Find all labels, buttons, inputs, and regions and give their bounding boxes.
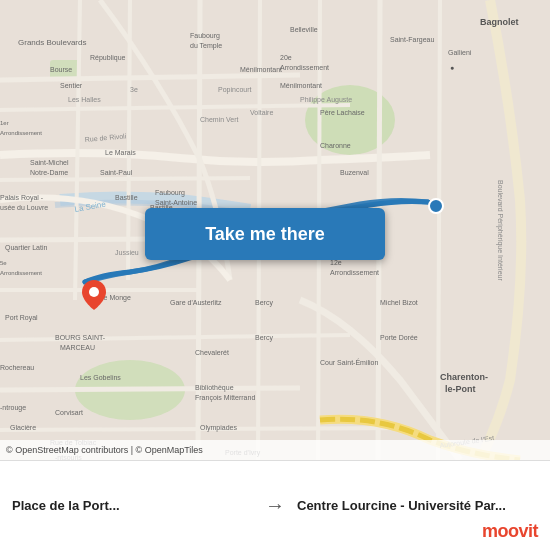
from-to-container: Place de la Port... → Centre Lourcine - … xyxy=(12,494,538,517)
bottom-bar: Place de la Port... → Centre Lourcine - … xyxy=(0,460,550,550)
svg-text:5e: 5e xyxy=(0,260,7,266)
svg-text:BOURG SAINT-: BOURG SAINT- xyxy=(55,334,106,341)
svg-text:20e: 20e xyxy=(280,54,292,61)
svg-text:Les Gobelins: Les Gobelins xyxy=(80,374,121,381)
svg-text:12e: 12e xyxy=(330,259,342,266)
svg-text:Sentier: Sentier xyxy=(60,82,83,89)
origin-pin xyxy=(82,280,106,314)
svg-text:Gallieni: Gallieni xyxy=(448,49,472,56)
svg-line-6 xyxy=(0,178,250,180)
svg-text:Faubourg: Faubourg xyxy=(155,189,185,197)
svg-text:du Temple: du Temple xyxy=(190,42,222,50)
moovit-logo-text: moovit xyxy=(482,521,538,542)
svg-text:Boulevard Périphérique Intérie: Boulevard Périphérique Intérieur xyxy=(496,180,504,281)
svg-text:Palais Royal -: Palais Royal - xyxy=(0,194,44,202)
svg-text:Glacière: Glacière xyxy=(10,424,36,431)
origin-name: Place de la Port... xyxy=(12,498,253,513)
svg-text:Olympiades: Olympiades xyxy=(200,424,237,432)
svg-text:Saint-Paul: Saint-Paul xyxy=(100,169,133,176)
svg-text:Bercy: Bercy xyxy=(255,299,273,307)
arrow-icon: → xyxy=(253,494,297,517)
svg-text:Père Lachaise: Père Lachaise xyxy=(320,109,365,116)
svg-text:Michel Bizot: Michel Bizot xyxy=(380,299,418,306)
svg-text:Faubourg: Faubourg xyxy=(190,32,220,40)
svg-text:Notre-Dame: Notre-Dame xyxy=(30,169,68,176)
svg-point-92 xyxy=(429,199,443,213)
svg-text:Les Halles: Les Halles xyxy=(68,96,101,103)
svg-text:le-Pont: le-Pont xyxy=(445,384,476,394)
svg-text:Philippe Auguste: Philippe Auguste xyxy=(300,96,352,104)
attribution-text: © OpenStreetMap contributors | © OpenMap… xyxy=(6,445,203,455)
svg-text:Bibliothèque: Bibliothèque xyxy=(195,384,234,392)
destination-name: Centre Lourcine - Université Par... xyxy=(297,498,538,513)
svg-text:3e: 3e xyxy=(130,86,138,93)
svg-text:Saint-Fargeau: Saint-Fargeau xyxy=(390,36,434,44)
svg-text:Chemin Vert: Chemin Vert xyxy=(200,116,239,123)
map-attribution: © OpenStreetMap contributors | © OpenMap… xyxy=(0,440,550,460)
svg-text:Le Marais: Le Marais xyxy=(105,149,136,156)
svg-text:Arrondissement: Arrondissement xyxy=(0,130,42,136)
svg-text:Corvisart: Corvisart xyxy=(55,409,83,416)
svg-text:Bercy: Bercy xyxy=(255,334,273,342)
svg-text:Porte Dorée: Porte Dorée xyxy=(380,334,418,341)
svg-text:1er: 1er xyxy=(0,120,9,126)
svg-text:Ménilmontant: Ménilmontant xyxy=(280,82,322,89)
origin-location: Place de la Port... xyxy=(12,498,253,513)
svg-point-91 xyxy=(89,287,99,297)
svg-text:Bagnolet: Bagnolet xyxy=(480,17,519,27)
svg-text:Saint-Antoine: Saint-Antoine xyxy=(155,199,197,206)
svg-text:Port Royal: Port Royal xyxy=(5,314,38,322)
svg-text:Buzenval: Buzenval xyxy=(340,169,369,176)
svg-text:●: ● xyxy=(450,64,454,71)
svg-text:Arrondissement: Arrondissement xyxy=(330,269,379,276)
take-me-there-button[interactable]: Take me there xyxy=(145,208,385,260)
svg-text:Grands Boulevards: Grands Boulevards xyxy=(18,38,86,47)
svg-text:Ménilmontant: Ménilmontant xyxy=(240,66,282,73)
svg-text:François Mitterrand: François Mitterrand xyxy=(195,394,255,402)
button-label: Take me there xyxy=(205,224,325,245)
svg-text:République: République xyxy=(90,54,126,62)
moovit-logo: moovit xyxy=(482,521,538,542)
svg-text:Jussieu: Jussieu xyxy=(115,249,139,256)
destination-dot xyxy=(428,198,444,218)
svg-text:Charenton-: Charenton- xyxy=(440,372,488,382)
svg-text:Saint-Michel: Saint-Michel xyxy=(30,159,69,166)
svg-text:Belleville: Belleville xyxy=(290,26,318,33)
svg-text:Rochereau: Rochereau xyxy=(0,364,34,371)
svg-line-10 xyxy=(0,388,300,390)
svg-text:Bourse: Bourse xyxy=(50,66,72,73)
svg-text:Popincourt: Popincourt xyxy=(218,86,252,94)
svg-text:Arrondissement: Arrondissement xyxy=(280,64,329,71)
svg-text:Chevalerét: Chevalerét xyxy=(195,349,229,356)
svg-text:-ntrouge: -ntrouge xyxy=(0,404,26,412)
svg-text:Voltaire: Voltaire xyxy=(250,109,273,116)
svg-text:usée du Louvre: usée du Louvre xyxy=(0,204,48,211)
svg-text:Cour Saint-Émilion: Cour Saint-Émilion xyxy=(320,358,378,366)
svg-text:Quartier Latin: Quartier Latin xyxy=(5,244,48,252)
map-container: Grands Boulevards Bourse Sentier Républi… xyxy=(0,0,550,460)
svg-text:Bastille: Bastille xyxy=(115,194,138,201)
svg-text:Charonne: Charonne xyxy=(320,142,351,149)
svg-text:Gare d'Austerlitz: Gare d'Austerlitz xyxy=(170,299,222,306)
svg-text:MARCEAU: MARCEAU xyxy=(60,344,95,351)
destination-location: Centre Lourcine - Université Par... xyxy=(297,498,538,513)
svg-line-18 xyxy=(438,0,440,460)
svg-text:Arrondissement: Arrondissement xyxy=(0,270,42,276)
